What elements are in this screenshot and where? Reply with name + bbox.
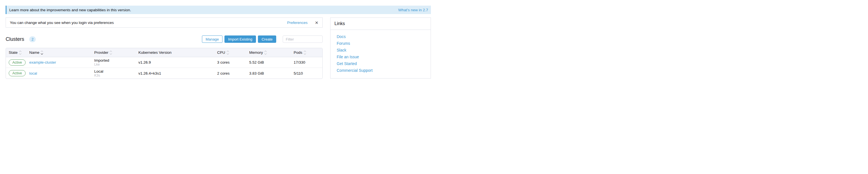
column-header-provider[interactable]: Provider	[91, 50, 135, 55]
kubernetes-version-cell: v1.26.9	[135, 60, 214, 64]
create-button[interactable]: Create	[258, 35, 276, 43]
main-column: You can change what you see when you log…	[6, 18, 322, 79]
cluster-name-link[interactable]: local	[29, 71, 37, 76]
import-existing-button[interactable]: Import Existing	[224, 35, 256, 43]
version-banner-message: Learn more about the improvements and ne…	[9, 8, 131, 12]
sort-chevrons-icon	[41, 51, 43, 54]
link-slack[interactable]: Slack	[337, 48, 431, 52]
cpu-cell: 3 cores	[214, 60, 246, 64]
sort-chevrons-icon	[265, 51, 266, 54]
clusters-header: Clusters 2 Manage Import Existing Create	[6, 35, 322, 43]
status-badge: Active	[9, 70, 26, 76]
cluster-name-link[interactable]: example-cluster	[29, 60, 56, 64]
links-list: Docs Forums Slack File an Issue Get Star…	[331, 30, 431, 78]
cpu-cell: 2 cores	[214, 71, 246, 76]
preferences-link[interactable]: Preferences	[287, 21, 308, 25]
login-preferences-banner: You can change what you see when you log…	[6, 18, 322, 28]
manage-button[interactable]: Manage	[202, 35, 222, 43]
table-header-row: State Name Provider Kubernetes Version C…	[6, 48, 322, 57]
links-panel: Links Docs Forums Slack File an Issue Ge…	[330, 18, 431, 79]
pods-cell: 17/330	[291, 60, 322, 64]
pods-cell: 5/110	[291, 71, 322, 76]
column-header-name[interactable]: Name	[26, 50, 91, 55]
state-cell: Active	[6, 59, 26, 66]
content-area: You can change what you see when you log…	[6, 18, 431, 79]
cluster-actions: Manage Import Existing Create	[202, 35, 322, 43]
page-title: Clusters	[6, 36, 24, 42]
sort-chevrons-icon	[304, 51, 306, 54]
memory-cell: 5.52 GiB	[246, 60, 291, 64]
sort-chevrons-icon	[20, 51, 21, 54]
state-cell: Active	[6, 70, 26, 76]
column-header-pods[interactable]: Pods	[291, 50, 322, 55]
filter-input[interactable]	[283, 35, 322, 43]
whats-new-link[interactable]: What's new in 2.7	[398, 8, 428, 12]
cluster-count-badge: 2	[29, 36, 36, 42]
link-docs[interactable]: Docs	[337, 35, 431, 38]
memory-cell: 3.83 GiB	[246, 71, 291, 76]
column-header-kubernetes-version: Kubernetes Version	[135, 50, 214, 55]
link-file-an-issue[interactable]: File an Issue	[337, 55, 431, 59]
status-badge: Active	[9, 59, 26, 66]
link-forums[interactable]: Forums	[337, 41, 431, 45]
name-cell: example-cluster	[26, 60, 91, 64]
links-panel-title: Links	[331, 18, 431, 30]
version-info-banner: Learn more about the improvements and ne…	[6, 6, 431, 14]
table-row: Active local Local K3s v1.26.4+k3s1 2 co…	[6, 68, 322, 79]
link-get-started[interactable]: Get Started	[337, 62, 431, 66]
provider-cell: Imported Lke	[91, 58, 135, 66]
column-header-state[interactable]: State	[6, 50, 26, 55]
column-header-cpu[interactable]: CPU	[214, 50, 246, 55]
column-header-memory[interactable]: Memory	[246, 50, 291, 55]
kubernetes-version-cell: v1.26.4+k3s1	[135, 71, 214, 76]
close-icon[interactable]: ✕	[315, 21, 318, 25]
provider-cell: Local K3s	[91, 69, 135, 78]
preferences-banner-message: You can change what you see when you log…	[10, 21, 287, 25]
link-commercial-support[interactable]: Commercial Support	[337, 68, 431, 72]
clusters-table: State Name Provider Kubernetes Version C…	[6, 48, 322, 79]
sort-chevrons-icon	[227, 51, 229, 54]
table-row: Active example-cluster Imported Lke v1.2…	[6, 57, 322, 68]
sort-chevrons-icon	[110, 51, 112, 54]
name-cell: local	[26, 71, 91, 76]
